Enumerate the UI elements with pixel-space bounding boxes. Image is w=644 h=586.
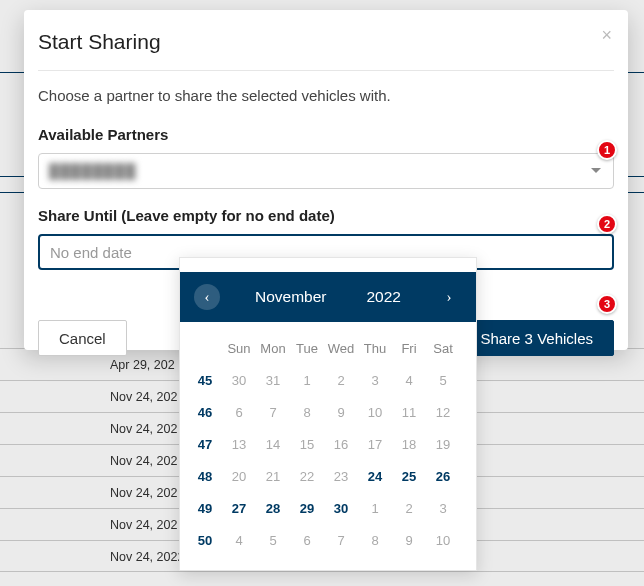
calendar-day[interactable]: 14 [256, 428, 290, 460]
calendar-day[interactable]: 26 [426, 460, 460, 492]
partner-selected-value: ████████ [49, 163, 136, 179]
prev-month-button[interactable]: ‹ [194, 284, 220, 310]
calendar-day[interactable]: 31 [256, 364, 290, 396]
week-number: 50 [188, 524, 222, 556]
cancel-button[interactable]: Cancel [38, 320, 127, 356]
datepicker-month[interactable]: November [255, 288, 327, 306]
calendar-day[interactable]: 2 [324, 364, 358, 396]
calendar-day[interactable]: 5 [426, 364, 460, 396]
week-number: 49 [188, 492, 222, 524]
datepicker: ‹ November 2022 › SunMonTueWedThuFriSat4… [179, 257, 477, 571]
weekday-header: Wed [324, 332, 358, 364]
calendar-day[interactable]: 8 [290, 396, 324, 428]
weekday-header: Thu [358, 332, 392, 364]
calendar-day[interactable]: 4 [222, 524, 256, 556]
calendar-day[interactable]: 15 [290, 428, 324, 460]
calendar-day[interactable]: 6 [290, 524, 324, 556]
week-number: 48 [188, 460, 222, 492]
calendar-day[interactable]: 5 [256, 524, 290, 556]
calendar-day[interactable]: 16 [324, 428, 358, 460]
calendar-day[interactable]: 1 [358, 492, 392, 524]
share-until-label: Share Until (Leave empty for no end date… [38, 207, 614, 224]
week-number: 46 [188, 396, 222, 428]
callout-2: 2 [597, 214, 617, 234]
calendar-day[interactable]: 17 [358, 428, 392, 460]
calendar-day[interactable]: 28 [256, 492, 290, 524]
calendar-day[interactable]: 12 [426, 396, 460, 428]
calendar-day[interactable]: 27 [222, 492, 256, 524]
calendar-day[interactable]: 19 [426, 428, 460, 460]
close-icon[interactable]: × [601, 26, 612, 44]
calendar-day[interactable]: 3 [358, 364, 392, 396]
weekday-header: Sat [426, 332, 460, 364]
calendar-day[interactable]: 2 [392, 492, 426, 524]
modal-description: Choose a partner to share the selected v… [38, 87, 614, 104]
calendar-day[interactable]: 23 [324, 460, 358, 492]
calendar-day[interactable]: 18 [392, 428, 426, 460]
callout-1: 1 [597, 140, 617, 160]
calendar-day[interactable]: 10 [358, 396, 392, 428]
calendar-day[interactable]: 25 [392, 460, 426, 492]
calendar-day[interactable]: 9 [392, 524, 426, 556]
weekday-header: Sun [222, 332, 256, 364]
share-vehicles-button[interactable]: Share 3 Vehicles [459, 320, 614, 356]
datepicker-year[interactable]: 2022 [367, 288, 401, 306]
calendar-day[interactable]: 4 [392, 364, 426, 396]
partner-dropdown[interactable]: ████████ [38, 153, 614, 189]
weekday-header: Fri [392, 332, 426, 364]
calendar-day[interactable]: 6 [222, 396, 256, 428]
calendar-day[interactable]: 21 [256, 460, 290, 492]
weekday-header: Mon [256, 332, 290, 364]
calendar-day[interactable]: 24 [358, 460, 392, 492]
modal-title: Start Sharing [38, 30, 614, 54]
calendar-day[interactable]: 7 [324, 524, 358, 556]
chevron-down-icon [591, 168, 601, 174]
calendar-day[interactable]: 13 [222, 428, 256, 460]
available-partners-label: Available Partners [38, 126, 614, 143]
calendar-day[interactable]: 8 [358, 524, 392, 556]
calendar-day[interactable]: 30 [324, 492, 358, 524]
calendar-day[interactable]: 29 [290, 492, 324, 524]
calendar-day[interactable]: 30 [222, 364, 256, 396]
week-number: 45 [188, 364, 222, 396]
calendar-day[interactable]: 22 [290, 460, 324, 492]
callout-3: 3 [597, 294, 617, 314]
calendar-day[interactable]: 10 [426, 524, 460, 556]
calendar-day[interactable]: 7 [256, 396, 290, 428]
calendar-day[interactable]: 11 [392, 396, 426, 428]
calendar-day[interactable]: 9 [324, 396, 358, 428]
week-number: 47 [188, 428, 222, 460]
calendar-day[interactable]: 1 [290, 364, 324, 396]
calendar-day[interactable]: 20 [222, 460, 256, 492]
next-month-button[interactable]: › [436, 284, 462, 310]
calendar-day[interactable]: 3 [426, 492, 460, 524]
weekday-header: Tue [290, 332, 324, 364]
